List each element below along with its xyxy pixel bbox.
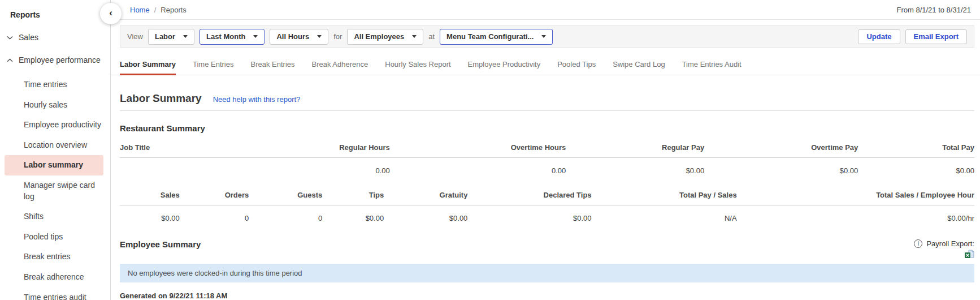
at-label: at: [428, 32, 435, 41]
sidebar-item-break-adherence[interactable]: Break adherence: [5, 267, 103, 288]
sidebar-item-pooled-tips[interactable]: Pooled tips: [5, 227, 103, 247]
table-cell: $0.00: [384, 205, 467, 231]
report-type-value: Labor: [155, 32, 175, 41]
tab-labor-summary[interactable]: Labor Summary: [120, 57, 176, 75]
table-row: $0.00 0 0 $0.00 $0.00 $0.00 N/A $0.00/hr: [120, 205, 974, 231]
caret-down-icon: [183, 35, 188, 38]
table-cell: $0.00/hr: [737, 205, 974, 231]
column-header: Guests: [249, 185, 322, 205]
table-cell: $0.00: [467, 205, 591, 231]
reports-page: Reports Sales Employee performance Time …: [0, 0, 980, 300]
sidebar-section-label: Sales: [19, 33, 38, 42]
chevron-down-icon: [7, 36, 13, 40]
table-cell: $0.00: [858, 158, 974, 183]
sidebar-item-labor-summary[interactable]: Labor summary: [5, 155, 103, 175]
employee-summary-heading: Employee Summary: [120, 239, 201, 249]
column-header: Declared Tips: [467, 185, 591, 205]
sidebar-item-list: Time entries Hourly sales Employee produ…: [0, 75, 110, 300]
sidebar-section-sales[interactable]: Sales: [0, 33, 110, 42]
email-export-button[interactable]: Email Export: [905, 29, 967, 44]
chevron-left-icon: ‹: [109, 7, 112, 19]
table-cell: 0: [180, 205, 249, 231]
date-range-label: From 8/1/21 to 8/31/21: [896, 6, 971, 14]
sidebar-section-employee-performance[interactable]: Employee performance: [0, 55, 110, 65]
report-body: Labor Summary Need help with this report…: [111, 75, 980, 300]
date-preset-dropdown[interactable]: Last Month: [200, 29, 264, 45]
table-cell: 0.00: [257, 158, 390, 183]
column-header: Orders: [180, 185, 249, 205]
sidebar-item-time-entries[interactable]: Time entries: [5, 75, 103, 95]
sidebar-section-label: Employee performance: [19, 55, 101, 65]
column-header: Job Title: [120, 138, 257, 158]
filter-bar: View Labor Last Month All Hours for All …: [120, 25, 974, 48]
table-cell: 0: [249, 205, 322, 231]
sidebar-item-location-overview[interactable]: Location overview: [5, 135, 103, 156]
table-cell: $0.00: [120, 205, 180, 231]
empty-state-message: No employees were clocked-in during this…: [128, 269, 302, 277]
sidebar-item-hourly-sales[interactable]: Hourly sales: [5, 95, 103, 115]
table-cell: $0.00: [704, 158, 858, 183]
excel-file-icon[interactable]: [964, 250, 974, 259]
sidebar-item-manager-swipe-card-log[interactable]: Manager swipe card log: [5, 175, 103, 207]
tab-swipe-card-log[interactable]: Swipe Card Log: [613, 57, 665, 75]
update-button[interactable]: Update: [858, 29, 900, 44]
column-header: Total Sales / Employee Hour: [737, 185, 974, 205]
restaurant-summary-heading: Restaurant Summary: [120, 123, 974, 133]
caret-down-icon: [317, 35, 322, 38]
tab-break-entries[interactable]: Break Entries: [250, 57, 294, 75]
table-cell: $0.00: [566, 158, 704, 183]
sidebar-item-shifts[interactable]: Shifts: [5, 207, 103, 227]
tab-hourly-sales-report[interactable]: Hourly Sales Report: [385, 57, 450, 75]
generated-timestamp: Generated on 9/22/21 11:18 AM: [120, 292, 974, 300]
page-title: Labor Summary: [120, 92, 202, 105]
table-header-row: Job Title Regular Hours Overtime Hours R…: [120, 138, 974, 158]
caret-down-icon: [253, 35, 258, 38]
hours-value: All Hours: [276, 32, 309, 41]
caret-down-icon: [541, 35, 546, 38]
hours-dropdown[interactable]: All Hours: [270, 29, 328, 45]
main-content: Home / Reports From 8/1/21 to 8/31/21 Vi…: [111, 0, 980, 300]
sales-summary-table: Sales Orders Guests Tips Gratuity Declar…: [120, 185, 974, 230]
reports-sidebar: Reports Sales Employee performance Time …: [0, 0, 111, 300]
sidebar-item-time-entries-audit[interactable]: Time entries audit: [5, 288, 103, 300]
help-link[interactable]: Need help with this report?: [213, 95, 301, 104]
date-preset-value: Last Month: [206, 32, 245, 41]
table-cell: $0.00: [322, 205, 384, 231]
tab-time-entries-audit[interactable]: Time Entries Audit: [682, 57, 741, 75]
tab-pooled-tips[interactable]: Pooled Tips: [557, 57, 596, 75]
table-cell: [120, 158, 257, 183]
sidebar-item-break-entries[interactable]: Break entries: [5, 247, 103, 267]
info-circle-icon[interactable]: i: [914, 239, 922, 248]
tab-break-adherence[interactable]: Break Adherence: [312, 57, 368, 75]
team-config-dropdown[interactable]: Menu Team Configurati...: [440, 29, 553, 45]
breadcrumb-current: Reports: [161, 6, 187, 14]
labor-summary-table: Job Title Regular Hours Overtime Hours R…: [120, 138, 974, 183]
table-cell: N/A: [592, 205, 737, 231]
sidebar-collapse-button[interactable]: ‹: [100, 3, 122, 24]
tab-time-entries[interactable]: Time Entries: [193, 57, 233, 75]
sidebar-item-employee-productivity[interactable]: Employee productivity: [5, 115, 103, 135]
column-header: Tips: [322, 185, 384, 205]
sidebar-title: Reports: [10, 10, 110, 19]
table-row: 0.00 0.00 $0.00 $0.00 $0.00: [120, 158, 974, 183]
caret-down-icon: [412, 35, 417, 38]
payroll-export: i Payroll Export:: [914, 239, 974, 259]
report-type-dropdown[interactable]: Labor: [148, 29, 194, 45]
column-header: Gratuity: [384, 185, 467, 205]
report-tabs: Labor Summary Time Entries Break Entries…: [111, 57, 980, 75]
for-label: for: [333, 32, 342, 41]
column-header: Regular Hours: [257, 138, 390, 158]
table-cell: 0.00: [390, 158, 566, 183]
chevron-up-icon: [7, 58, 13, 62]
column-header: Total Pay / Sales: [592, 185, 737, 205]
breadcrumb-home-link[interactable]: Home: [130, 6, 150, 14]
tab-employee-productivity[interactable]: Employee Productivity: [468, 57, 541, 75]
employees-dropdown[interactable]: All Employees: [347, 29, 423, 45]
column-header: Overtime Pay: [704, 138, 858, 158]
breadcrumb: Home / Reports: [130, 6, 187, 14]
top-bar: Home / Reports From 8/1/21 to 8/31/21: [111, 0, 980, 20]
empty-state-banner: No employees were clocked-in during this…: [120, 264, 974, 282]
breadcrumb-separator: /: [154, 6, 157, 14]
payroll-export-label: Payroll Export:: [926, 239, 974, 248]
column-header: Regular Pay: [566, 138, 704, 158]
